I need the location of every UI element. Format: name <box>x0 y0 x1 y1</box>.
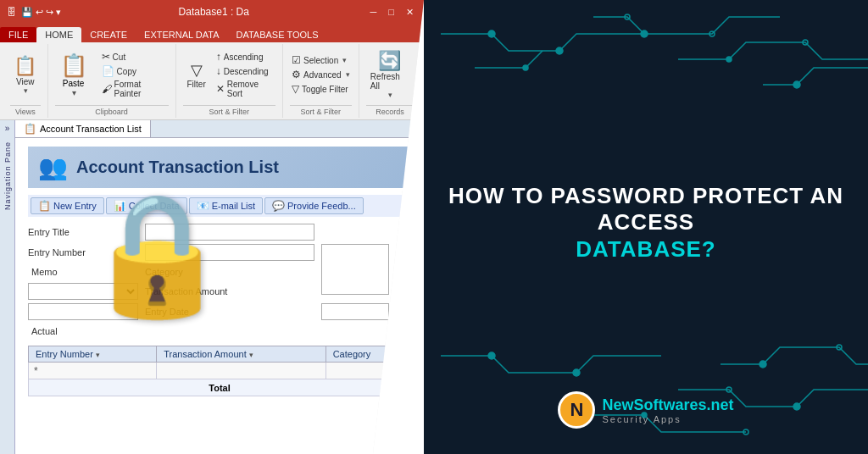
svg-point-6 <box>726 57 732 62</box>
col-category[interactable]: Category <box>326 346 410 363</box>
svg-point-7 <box>803 40 808 45</box>
form-header-icon: 👥 <box>38 153 68 181</box>
svg-point-0 <box>488 30 495 37</box>
data-table: Entry Number ▾ Transaction Amount ▾ Cate… <box>28 346 411 396</box>
transaction-amount-input[interactable] <box>28 303 138 320</box>
main-content-area: 👥 Account Transaction List 📋 New Entry 📊… <box>15 138 424 454</box>
new-row-marker: * <box>29 363 157 379</box>
remove-sort-button[interactable]: ✕ Remove Sort <box>214 79 275 99</box>
svg-point-9 <box>488 352 495 359</box>
document-tab[interactable]: 📋 Account Transaction List <box>15 120 151 137</box>
copy-button[interactable]: 📄 Copy <box>99 64 169 78</box>
tab-file[interactable]: FILE <box>0 27 36 42</box>
svg-point-1 <box>556 47 563 54</box>
ribbon-tabs: FILE HOME CREATE EXTERNAL DATA DATABASE … <box>0 24 424 42</box>
tab-create[interactable]: CREATE <box>81 27 136 42</box>
logo-subtitle: Security Apps <box>602 414 733 424</box>
clipboard-label: Clipboard <box>55 105 169 116</box>
col-transaction-amount[interactable]: Transaction Amount ▾ <box>157 346 326 363</box>
right-panel: HOW TO PASSWORD PROTECT AN ACCESS DATABA… <box>424 0 868 454</box>
ascending-button[interactable]: ↑ Ascending <box>214 50 275 64</box>
paste-icon: 📋 <box>60 53 87 79</box>
svg-point-4 <box>709 31 715 36</box>
sort-icon-2: ▾ <box>249 351 253 359</box>
transaction-amount-label: Transaction Amount <box>145 283 314 300</box>
selection-button[interactable]: ☑ Selection ▾ <box>289 53 352 67</box>
svg-point-2 <box>641 30 648 37</box>
ribbon-group-sort-filter: ▽ Filter ↑ Ascending ↓ Descending ✕ Remo… <box>176 44 283 118</box>
memo-textarea[interactable] <box>321 244 389 295</box>
toggle-filter-icon: ▽ <box>292 83 299 95</box>
actual-label: Actual <box>28 324 138 339</box>
left-panel: 🗄 💾 ↩ ↪ ▾ Database1 : Da ─ □ ✕ FILE HOME… <box>0 0 424 454</box>
email-list-icon: 📧 <box>197 200 209 212</box>
refresh-all-button[interactable]: 🔄 Refresh All ▾ <box>366 47 414 102</box>
advanced-dropdown-arrow: ▾ <box>346 70 350 79</box>
email-list-button[interactable]: 📧 E-mail List <box>189 197 263 214</box>
provide-feedback-button[interactable]: 💬 Provide Feedb... <box>264 197 364 214</box>
logo-text-wrapper: NewSoftwares.net Security Apps <box>602 396 733 424</box>
filter-icon: ▽ <box>191 61 203 80</box>
refresh-label: Records <box>366 105 414 116</box>
cut-button[interactable]: ✂ Cut <box>99 50 169 64</box>
paste-button[interactable]: 📋 Paste ▾ <box>55 50 92 100</box>
maximize-btn[interactable]: □ <box>385 7 398 18</box>
collect-data-button[interactable]: 📊 Collect Data <box>106 197 187 214</box>
descending-icon: ↓ <box>216 65 221 77</box>
entry-date-label: Entry Date <box>145 303 314 320</box>
email-list-label: E-mail List <box>212 201 255 211</box>
logo-text: NewSoftwares.net <box>602 396 733 414</box>
entry-title-input[interactable] <box>145 224 314 241</box>
descending-button[interactable]: ↓ Descending <box>214 64 275 78</box>
entry-number-input[interactable] <box>145 244 314 261</box>
ribbon-group-clipboard: 📋 Paste ▾ ✂ Cut 📄 Copy 🖌 Format <box>48 44 176 118</box>
col-entry-number[interactable]: Entry Number ▾ <box>29 346 157 363</box>
nav-pane-label: Navigation Pane <box>3 141 12 210</box>
minimize-btn[interactable]: ─ <box>367 7 381 18</box>
toggle-filter-button[interactable]: ▽ Toggle Filter <box>289 82 352 96</box>
logo-name: NewSoftwares <box>602 396 706 413</box>
access-logo-icon: 🗄 <box>7 7 16 17</box>
svg-point-5 <box>523 65 528 70</box>
tab-external-data[interactable]: EXTERNAL DATA <box>136 27 227 42</box>
heading-line1: HOW TO PASSWORD PROTECT AN ACCESS <box>448 183 843 235</box>
logo-icon: N <box>558 391 595 429</box>
logo-area: N NewSoftwares.net Security Apps <box>558 391 733 429</box>
advanced-button[interactable]: ⚙ Advanced ▾ <box>289 68 352 81</box>
refresh-dropdown-arrow: ▾ <box>388 91 392 99</box>
refresh-icon: 🔄 <box>378 50 401 72</box>
svg-point-15 <box>760 361 766 368</box>
view-button[interactable]: 📋 View ▾ <box>9 53 41 97</box>
format-painter-button[interactable]: 🖌 Format Painter <box>99 79 169 99</box>
collect-data-label: Collect Data <box>129 201 180 211</box>
ribbon-group-selection: ☑ Selection ▾ ⚙ Advanced ▾ ▽ Toggle Filt… <box>283 44 359 118</box>
svg-point-10 <box>573 369 580 376</box>
new-row-amount <box>157 363 326 379</box>
views-content: 📋 View ▾ <box>9 46 41 103</box>
entry-date-input[interactable] <box>321 303 389 320</box>
customize-btn[interactable]: ▾ <box>56 7 61 18</box>
tab-home[interactable]: HOME <box>36 27 81 42</box>
sort-filter-content: ▽ Filter ↑ Ascending ↓ Descending ✕ Remo… <box>183 46 275 103</box>
selection-label: Sort & Filter <box>290 105 352 116</box>
nav-expand-button[interactable]: » <box>5 124 10 133</box>
new-entry-button[interactable]: 📋 New Entry <box>31 197 104 214</box>
svg-point-14 <box>743 429 748 435</box>
heading-line2: DATABASE? <box>576 236 715 262</box>
save-quick-btn[interactable]: 💾 <box>21 7 33 18</box>
view-dropdown-arrow: ▾ <box>24 86 28 95</box>
filter-button[interactable]: ▽ Filter <box>183 58 210 91</box>
category-select[interactable] <box>28 283 138 300</box>
tab-database-tools[interactable]: DATABASE TOOLS <box>227 27 326 42</box>
undo-btn[interactable]: ↩ <box>36 7 43 18</box>
close-btn[interactable]: ✕ <box>403 7 417 18</box>
right-content: HOW TO PASSWORD PROTECT AN ACCESS DATABA… <box>424 166 868 288</box>
main-heading: HOW TO PASSWORD PROTECT AN ACCESS DATABA… <box>441 183 851 263</box>
selection-content: ☑ Selection ▾ ⚙ Advanced ▾ ▽ Toggle Filt… <box>289 46 352 103</box>
ascending-icon: ↑ <box>216 51 221 63</box>
provide-feedback-label: Provide Feedb... <box>287 201 356 211</box>
paste-dropdown-arrow: ▾ <box>72 88 76 97</box>
redo-btn[interactable]: ↪ <box>46 7 53 18</box>
selection-icon: ☑ <box>292 54 301 66</box>
new-entry-label: New Entry <box>53 201 97 211</box>
